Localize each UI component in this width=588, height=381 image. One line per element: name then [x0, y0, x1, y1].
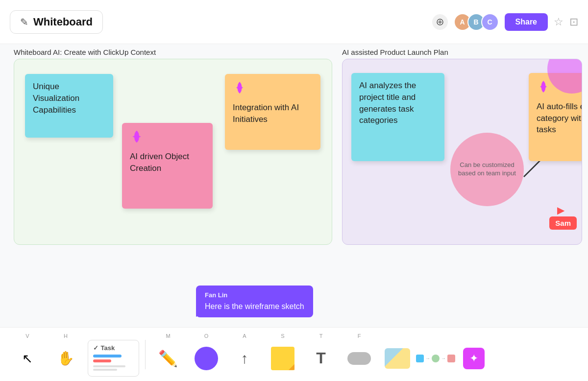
key-a: A	[243, 333, 246, 339]
ai-icon-2	[233, 81, 313, 99]
text-icon: T	[316, 349, 326, 367]
shape-circle	[195, 347, 218, 370]
right-section-label: AI assisted Product Launch Plan	[342, 48, 448, 56]
key-s: S	[281, 333, 284, 339]
flow-box-3	[447, 355, 455, 362]
brush-icon: ✦	[463, 348, 485, 369]
toolbar-section-select: V ↖	[10, 333, 45, 376]
toolbar-section-brush: ✦	[456, 333, 491, 376]
key-brush	[473, 333, 474, 339]
sticky-tool-btn[interactable]	[265, 341, 300, 376]
sticky-ai-object-text: AI driven Object Creation	[130, 152, 189, 173]
sam-cursor-icon: ▶	[557, 204, 564, 216]
toolbar-section-shape: O	[189, 333, 224, 376]
text-tool[interactable]: T	[303, 341, 339, 376]
toolbar-section-task: ✓ Task	[86, 333, 140, 376]
page-title: Whiteboard	[33, 16, 93, 28]
arrow-tool[interactable]: ↑	[227, 341, 262, 376]
sticky-integration[interactable]: Integration with AI Initiatives	[225, 74, 320, 150]
toolbar-section-image	[380, 333, 415, 376]
pen-tool[interactable]: ✏️	[150, 341, 186, 376]
task-label: Task	[101, 344, 115, 352]
key-m: M	[166, 333, 170, 339]
key-o: O	[204, 333, 209, 339]
left-section-label: Whiteboard AI: Create with ClickUp Conte…	[14, 48, 156, 56]
task-tool[interactable]: ✓ Task	[86, 341, 140, 376]
star-icon[interactable]: ☆	[554, 16, 564, 28]
title-bar: ✎ Whiteboard	[10, 10, 103, 34]
flow-arrow-2: →	[441, 356, 446, 361]
sticky-tool-icon	[271, 347, 294, 370]
toolbar-section-pen: M ✏️	[150, 333, 186, 376]
canvas-area[interactable]: Whiteboard AI: Create with ClickUp Conte…	[0, 44, 588, 327]
header: ✎ Whiteboard A B C Share ☆ ⊡	[0, 0, 588, 44]
progress-bar-blue	[93, 355, 122, 357]
flow-box-2	[432, 355, 440, 362]
key-h: H	[64, 333, 68, 339]
right-board: AI analyzes the project title and genera…	[342, 59, 582, 245]
key-t: T	[319, 333, 323, 339]
arrow-icon: ↑	[241, 350, 248, 367]
tooltip-user: Fan Lin	[205, 290, 304, 300]
task-line-1	[93, 365, 125, 367]
key-img	[396, 333, 398, 339]
brush-tool[interactable]: ✦	[456, 341, 491, 376]
check-icon: ✓	[93, 344, 98, 352]
flow-arrow-1: →	[425, 356, 430, 361]
task-line-2	[93, 369, 118, 371]
key-f: F	[358, 333, 361, 339]
sticky-unique-viz[interactable]: Unique Visualization Capabilities	[25, 74, 113, 138]
tooltip-message: Here is the wireframe sketch	[205, 301, 304, 312]
task-card: ✓ Task	[88, 340, 139, 377]
hand-tool[interactable]: ✋	[48, 341, 83, 376]
ai-icon-1	[130, 130, 205, 148]
task-card-header: ✓ Task	[93, 344, 134, 352]
task-lines	[93, 365, 134, 371]
select-icon: ↖	[22, 352, 33, 365]
flow-tool[interactable]: → →	[418, 341, 453, 376]
toolbar-section-text: T T	[303, 333, 339, 376]
image-tool[interactable]	[380, 341, 415, 376]
toolbar: V ↖ H ✋ ✓ Task	[0, 327, 588, 381]
sticky-ai-analyzes-text: AI analyzes the project title and genera…	[359, 81, 416, 125]
fan-lin-tooltip: Fan Lin Here is the wireframe sketch	[196, 286, 313, 318]
more-icon[interactable]: ⊡	[569, 16, 578, 28]
frame-tool[interactable]	[342, 341, 377, 376]
share-button[interactable]: Share	[505, 13, 548, 31]
sticky-ai-object[interactable]: AI driven Object Creation	[122, 123, 213, 209]
select-tool[interactable]: ↖	[10, 341, 45, 376]
key-flow	[435, 333, 436, 339]
sticky-ai-autofills-text: AI auto-fills each category with typical…	[537, 102, 582, 135]
header-actions: A B C Share ☆ ⊡	[432, 13, 578, 31]
hand-icon: ✋	[57, 352, 74, 365]
cursor-status	[432, 14, 448, 30]
sticky-integration-text: Integration with AI Initiatives	[233, 103, 299, 124]
sam-label: Sam	[549, 216, 577, 230]
image-icon	[385, 348, 410, 369]
flow-icon: → →	[416, 355, 455, 362]
key-task	[112, 333, 114, 339]
sticky-ai-analyzes[interactable]: AI analyzes the project title and genera…	[351, 73, 444, 161]
avatar-3: C	[481, 13, 499, 31]
left-board: Unique Visualization Capabilities AI dri…	[14, 59, 332, 245]
key-v: V	[25, 333, 29, 339]
divider-1	[145, 340, 146, 369]
toolbar-section-flow: → →	[418, 333, 453, 376]
flow-box-1	[416, 355, 424, 362]
progress-bar-red	[93, 359, 111, 362]
toolbar-section-sticky: S	[265, 333, 300, 376]
shape-tool[interactable]	[189, 341, 224, 376]
circle-text: Can be customized based on team input	[455, 161, 519, 178]
toolbar-section-hand: H ✋	[48, 333, 83, 376]
customizable-circle: Can be customized based on team input	[450, 133, 524, 206]
toolbar-section-frame: F	[342, 333, 377, 376]
whiteboard-icon: ✎	[20, 16, 28, 28]
collaborator-avatars: A B C	[454, 13, 499, 31]
sticky-unique-viz-text: Unique Visualization Capabilities	[33, 82, 79, 115]
toolbar-section-arrow: A ↑	[227, 333, 262, 376]
frame-icon	[347, 352, 371, 365]
pen-icon: ✏️	[158, 351, 178, 366]
